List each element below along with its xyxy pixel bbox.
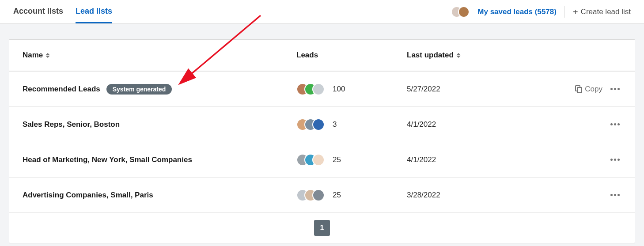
- pagination: 1: [9, 213, 635, 243]
- avatar: [312, 118, 325, 131]
- table-row[interactable]: Head of Marketing, New York, Small Compa…: [9, 142, 635, 178]
- table-row[interactable]: Sales Reps, Senior, Boston34/1/2022: [9, 107, 635, 142]
- lead-avatars: [296, 118, 325, 131]
- more-actions-button[interactable]: [609, 121, 621, 127]
- sort-icon: [45, 52, 52, 58]
- saved-leads-avatars: [451, 6, 470, 18]
- list-name[interactable]: Sales Reps, Senior, Boston: [23, 120, 120, 129]
- system-generated-badge: System generated: [106, 84, 172, 95]
- list-name-cell: Head of Marketing, New York, Small Compa…: [23, 155, 296, 164]
- lead-lists-table: Name Leads Last updated Recommended Lead…: [9, 39, 635, 243]
- leads-cell: 25: [296, 154, 407, 166]
- row-actions: Copy: [551, 85, 621, 94]
- lead-count: 100: [333, 85, 345, 94]
- column-header-name[interactable]: Name: [23, 51, 296, 60]
- avatar: [312, 83, 325, 95]
- more-actions-button[interactable]: [609, 192, 621, 198]
- list-name[interactable]: Head of Marketing, New York, Small Compa…: [23, 155, 192, 164]
- page-1-button[interactable]: 1: [314, 220, 330, 236]
- lead-avatars: [296, 189, 325, 201]
- lead-count: 3: [333, 120, 337, 129]
- my-saved-leads-link[interactable]: My saved leads (5578): [477, 8, 557, 16]
- column-header-last-updated[interactable]: Last updated: [407, 51, 551, 60]
- leads-cell: 3: [296, 118, 407, 131]
- create-lead-list-label: Create lead list: [581, 8, 631, 16]
- row-actions: [551, 157, 621, 163]
- column-header-leads: Leads: [296, 51, 407, 60]
- row-actions: [551, 192, 621, 198]
- list-name-cell: Sales Reps, Senior, Boston: [23, 120, 296, 129]
- top-tab-bar: Account lists Lead lists My saved leads …: [0, 0, 644, 24]
- last-updated-cell: 4/1/2022: [407, 120, 551, 129]
- table-row[interactable]: Advertising Companies, Small, Paris253/2…: [9, 178, 635, 213]
- lead-avatars: [296, 83, 325, 95]
- sort-icon: [456, 52, 462, 58]
- divider: [564, 6, 565, 18]
- copy-label: Copy: [585, 85, 602, 94]
- tabs: Account lists Lead lists: [13, 0, 112, 23]
- copy-button[interactable]: Copy: [575, 85, 602, 94]
- last-updated-cell: 3/28/2022: [407, 191, 551, 200]
- lead-avatars: [296, 154, 325, 166]
- more-actions-button[interactable]: [609, 86, 621, 92]
- tab-account-lists[interactable]: Account lists: [13, 0, 63, 23]
- last-updated-cell: 4/1/2022: [407, 155, 551, 164]
- list-name[interactable]: Advertising Companies, Small, Paris: [23, 191, 153, 200]
- copy-icon: [575, 85, 582, 93]
- content-area: Name Leads Last updated Recommended Lead…: [0, 24, 644, 246]
- leads-cell: 25: [296, 189, 407, 201]
- column-header-name-label: Name: [23, 51, 43, 60]
- column-header-leads-label: Leads: [296, 51, 318, 60]
- create-lead-list-button[interactable]: + Create lead list: [573, 8, 631, 16]
- more-actions-button[interactable]: [609, 157, 621, 163]
- table-row[interactable]: Recommended LeadsSystem generated1005/27…: [9, 72, 635, 107]
- avatar: [458, 6, 470, 18]
- list-name-cell: Advertising Companies, Small, Paris: [23, 191, 296, 200]
- list-name-cell: Recommended LeadsSystem generated: [23, 84, 296, 95]
- avatar: [312, 189, 325, 201]
- row-actions: [551, 121, 621, 127]
- lead-count: 25: [333, 155, 341, 164]
- last-updated-cell: 5/27/2022: [407, 85, 551, 94]
- top-right-actions: My saved leads (5578) + Create lead list: [451, 6, 631, 18]
- list-name[interactable]: Recommended Leads: [23, 85, 100, 94]
- table-header-row: Name Leads Last updated: [9, 40, 635, 72]
- avatar: [312, 154, 325, 166]
- tab-lead-lists[interactable]: Lead lists: [76, 0, 112, 23]
- column-header-last-updated-label: Last updated: [407, 51, 454, 60]
- plus-icon: +: [573, 8, 578, 16]
- lead-count: 25: [333, 191, 341, 200]
- leads-cell: 100: [296, 83, 407, 95]
